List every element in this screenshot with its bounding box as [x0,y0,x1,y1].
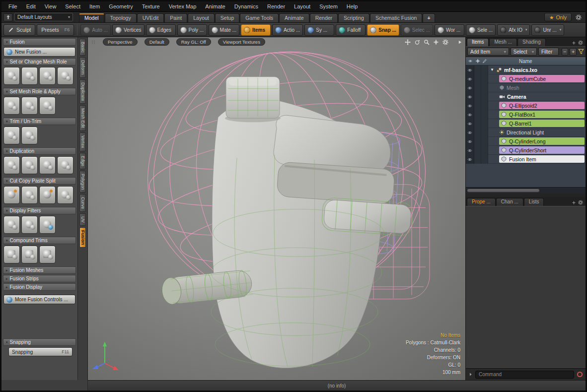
tab-properties[interactable]: Prope ... [467,198,496,206]
apply-union-button[interactable] [3,97,20,115]
layout-tab-topology[interactable]: Topology [105,13,137,23]
section-set-mesh-role-apply[interactable]: ▾Set Mesh Role & Apply [3,88,76,95]
visibility-eye-icon[interactable] [466,155,474,164]
visibility-eye-icon[interactable] [466,101,474,110]
mesh-role-trim-button[interactable] [21,67,38,85]
split-button[interactable] [57,186,73,204]
toolbar-vertices-button[interactable]: Vertices [112,24,145,36]
sculpt-button[interactable]: Sculpt [3,24,35,36]
toolbar-edges-button[interactable]: Edges [146,24,176,36]
scrollbar-thumb[interactable] [467,189,540,193]
expand-all-button[interactable]: + [570,48,577,56]
command-input[interactable] [475,371,574,379]
tab-duplicate[interactable]: Duplicate [79,79,86,104]
compound-trim-remove-button[interactable] [39,246,56,263]
tab-polygon[interactable]: Polygon [79,171,86,193]
layout-switcher-dropdown[interactable]: Default Layouts ▾ [14,13,73,21]
toolbar-auto-action-button[interactable]: Auto ... [80,24,111,36]
menu-file[interactable]: File [4,3,21,10]
viewport-raygl-dropdown[interactable]: Ray GL: Off [176,38,211,46]
toolbar-action-center-button[interactable]: Actio ... [272,24,303,36]
tab-mesh-ops[interactable]: Mesh ... [489,38,517,46]
instance-button[interactable] [21,156,38,174]
collapse-all-button[interactable]: − [562,48,569,56]
display-filter-wire-button[interactable] [39,216,56,234]
visibility-eye-icon[interactable] [466,128,474,137]
panel-gear-icon[interactable] [578,40,583,45]
apply-intersect-button[interactable] [39,97,56,115]
compound-trim-new-button[interactable] [3,246,20,263]
reset-view-icon[interactable] [433,39,439,45]
more-fusion-controls-button[interactable]: More Fusion Controls ... [3,295,75,304]
layout-tab-setup[interactable]: Setup [215,13,239,23]
viewport-canvas[interactable] [88,37,465,380]
layout-settings-gear-icon[interactable] [574,13,584,21]
layout-tab-scripting[interactable]: Scripting [338,13,369,23]
toolbar-selection-button[interactable]: Selec ... [401,24,433,36]
menu-help[interactable]: Help [343,3,362,10]
menu-render[interactable]: Render [263,3,289,10]
untrim-button[interactable] [21,127,38,144]
tab-edge[interactable]: Edge [79,153,86,169]
toolbar-selection-sets-button[interactable]: Sele ... [466,24,496,36]
tab-uv[interactable]: UV [79,213,86,226]
visibility-eye-icon[interactable] [466,119,474,128]
section-duplication[interactable]: ▾Duplication [3,147,76,155]
menu-select[interactable]: Select [61,3,84,10]
item-row-q-cylindershort[interactable]: Q-CylinderShort [466,146,586,155]
menu-layout[interactable]: Layout [290,3,314,10]
item-list-horizontal-scrollbar[interactable] [466,187,586,193]
mesh-role-intersect-button[interactable] [57,67,73,85]
viewport-grip-icon[interactable] [91,39,96,45]
menu-animate[interactable]: Animate [201,3,229,10]
apply-subtract-button[interactable] [21,97,38,115]
item-row-q-cylinderlong[interactable]: Q-CylinderLong [466,137,586,146]
toolbar-symmetry-button[interactable]: Sy ... [304,24,334,36]
visibility-eye-icon[interactable] [466,65,474,74]
orbit-icon[interactable] [414,39,420,45]
toolbar-snapping-button[interactable]: Snap ... [367,24,399,36]
record-macro-icon[interactable] [577,371,583,378]
pan-icon[interactable] [405,39,411,45]
mesh-role-primary-button[interactable] [3,67,20,85]
section-fusion-display[interactable]: ▸Fusion Display [3,283,76,291]
snapping-button[interactable]: Snapping F11 [8,347,73,356]
toolbar-falloff-button[interactable]: Falloff [336,24,366,36]
section-cut-copy-paste-split[interactable]: ▾Cut Copy Paste Split [3,177,76,185]
tab-deform[interactable]: Deform [79,57,86,78]
mirror-button[interactable] [39,156,56,174]
item-row-q-flatbox1[interactable]: Q-FlatBox1 [466,110,586,119]
tab-mesh-edit[interactable]: Mesh Edit [79,105,86,131]
viewport-expand-icon[interactable] [457,40,462,45]
layout-tab-animate[interactable]: Animate [279,13,309,23]
tab-fusion[interactable]: Fusion [79,227,86,248]
tab-lists[interactable]: Lists [524,198,544,206]
menu-item[interactable]: Item [85,3,104,10]
clone-button[interactable] [57,156,73,174]
menu-texture[interactable]: Texture [138,3,164,10]
visibility-eye-icon[interactable] [466,137,474,146]
item-row-camera[interactable]: Camera [466,92,586,101]
item-tree-empty-area[interactable] [466,164,586,187]
item-row-fusion-item[interactable]: Fusion Item [466,155,586,164]
visibility-column-eye-icon[interactable] [466,59,474,63]
add-item-dropdown[interactable]: Add Item▾ [467,48,509,56]
new-fusion-button[interactable]: New Fusion ... [3,47,75,57]
layout-tab-game-tools[interactable]: Game Tools [240,13,279,23]
add-tab-icon[interactable] [572,41,576,45]
item-row-q-barrel1[interactable]: Q-Barrel1 [466,119,586,128]
paste-button[interactable] [39,186,56,204]
toolbar-afx-io-button[interactable]: Afx IO▾ [497,24,530,36]
mesh-role-subtract-button[interactable] [39,67,56,85]
section-set-or-change-mesh-role[interactable]: ▾Set or Change Mesh Role [3,58,76,65]
menu-view[interactable]: View [41,3,61,10]
toolbar-materials-button[interactable]: Mate ... [209,24,239,36]
item-row-mesh[interactable]: Mesh [466,83,586,92]
duplicate-button[interactable] [3,156,20,174]
item-row-directional-light[interactable]: Directional Light [466,128,586,137]
toolbar-items-button[interactable]: Items [241,24,271,36]
section-fusion-strips[interactable]: ▸Fusion Strips [3,275,76,282]
section-snapping[interactable]: ▾Snapping [3,338,76,346]
display-filter-solo-button[interactable] [21,216,38,234]
viewport-projection-dropdown[interactable]: Perspective [103,38,138,46]
